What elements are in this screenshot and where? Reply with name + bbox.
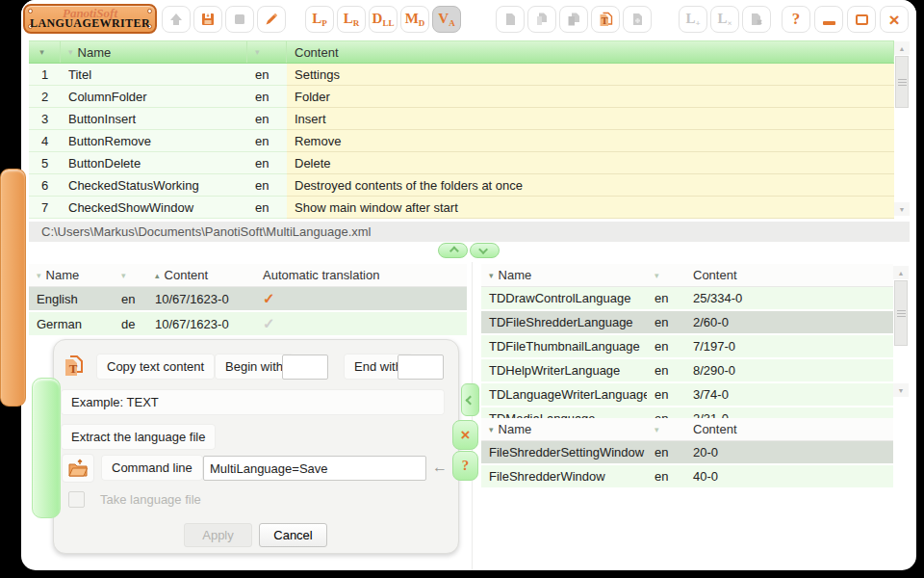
table-row[interactable]: 5 ButtonDelete en Delete: [29, 152, 894, 174]
close-dialog-button[interactable]: ×: [452, 420, 478, 450]
va-button[interactable]: VA: [432, 6, 461, 33]
content-cell: Folder: [287, 86, 894, 108]
lang-header-cell[interactable]: ▾: [647, 418, 685, 440]
name-cell: ButtonRemove: [61, 130, 247, 151]
table-row[interactable]: 4 ButtonRemove en Remove: [29, 130, 894, 152]
open-file-button[interactable]: [62, 454, 94, 483]
lp-button[interactable]: LP: [305, 6, 334, 33]
row-number: 2: [29, 86, 61, 107]
page-add-icon: [629, 12, 645, 27]
titlebar[interactable]: PanotiSoft LANGUAGEWRITER: [21, 0, 916, 39]
minimize-button[interactable]: [814, 6, 843, 33]
table-row[interactable]: English en 10/67/1623-0 ✓: [29, 287, 467, 312]
sort-icon: ▾: [121, 271, 126, 280]
expand-down-button[interactable]: [470, 243, 500, 258]
scroll-down-icon[interactable]: ▼: [893, 383, 909, 397]
scroll-up-icon[interactable]: ▲: [894, 41, 910, 55]
pages-button[interactable]: [559, 6, 588, 33]
table-row[interactable]: TDMediaLanguage en 2/31-0: [481, 407, 893, 418]
import-button[interactable]: [162, 6, 191, 33]
table-row[interactable]: TDFileThumbnailLanguage en 7/197-0: [481, 335, 893, 359]
content-header-label: Content: [693, 268, 737, 282]
table-row[interactable]: TDHelpWriterLanguage en 8/290-0: [481, 359, 893, 383]
window-controls: ? ×: [782, 6, 909, 33]
table-row[interactable]: 7 CheckedShowWindow en Show main window …: [29, 197, 894, 219]
name-cell: ColumnFolder: [61, 86, 247, 107]
languages-table: ▾Name ▾ ▴Content Automatic translation E…: [29, 264, 467, 337]
stop-button[interactable]: [225, 6, 254, 33]
add-language-button[interactable]: L+: [679, 6, 707, 33]
lr-button[interactable]: LR: [337, 6, 366, 33]
table-row[interactable]: TDFileShredderLanguage en 2/60-0: [481, 311, 893, 335]
scroll-thumb[interactable]: [894, 280, 908, 346]
page-text-button[interactable]: T: [591, 6, 620, 33]
command-line-input[interactable]: [203, 456, 426, 481]
page-add-button[interactable]: [623, 6, 652, 33]
scroll-up-icon[interactable]: ▲: [893, 266, 909, 279]
content-cell: Settings: [287, 64, 894, 86]
dialog-drag-handle[interactable]: [32, 378, 61, 518]
table-row[interactable]: TDLanguageWriterLanguage en 3/74-0: [481, 383, 893, 407]
filter-header-cell[interactable]: ▾: [29, 41, 61, 63]
apply-button[interactable]: Apply: [184, 523, 252, 547]
maximize-button[interactable]: [847, 6, 876, 33]
table-row[interactable]: FileShredderSettingWindow en 20-0: [481, 441, 893, 465]
app-title: LANGUAGEWRITER: [25, 16, 155, 31]
md-label: MD: [405, 12, 425, 28]
remove-language-button[interactable]: L×: [710, 6, 739, 33]
name-cell: English: [29, 287, 114, 310]
panel-splitter[interactable]: [472, 262, 473, 570]
lang-header-cell[interactable]: ▾: [247, 41, 287, 63]
content-header-cell[interactable]: Content: [685, 418, 893, 440]
edit-button[interactable]: [257, 6, 286, 33]
help-button[interactable]: ?: [782, 6, 810, 33]
save-button[interactable]: [193, 6, 222, 33]
page-copy-button[interactable]: [527, 6, 556, 33]
scroll-down-icon[interactable]: ▼: [894, 202, 910, 216]
back-arrow-icon[interactable]: ←: [432, 459, 448, 476]
cancel-button[interactable]: Cancel: [259, 523, 327, 547]
table-row[interactable]: FileShredderWindow en 40-0: [481, 465, 893, 489]
table-row[interactable]: 1 Titel en Settings: [29, 64, 894, 86]
entries-scrollbar[interactable]: ▲ ▼: [894, 40, 910, 219]
begin-with-input[interactable]: [282, 355, 328, 380]
table-row[interactable]: 2 ColumnFolder en Folder: [29, 86, 894, 108]
expand-up-button[interactable]: [438, 243, 468, 258]
table-row[interactable]: TDDrawControlLanguage en 25/334-0: [481, 287, 893, 311]
name-header-cell[interactable]: ▾Name: [29, 264, 114, 286]
lang-cell: en: [114, 287, 147, 310]
languages-table-header: ▾Name ▾ ▴Content Automatic translation: [29, 264, 467, 287]
grip-icon: [897, 310, 906, 317]
content-cell: 10/67/1623-0: [147, 312, 255, 335]
classes-scrollbar[interactable]: ▲ ▼: [893, 264, 909, 399]
scroll-thumb[interactable]: [895, 56, 909, 108]
table-row[interactable]: 3 ButtonInsert en Insert: [29, 108, 894, 130]
pencil-icon: [264, 12, 279, 27]
lang-cell: en: [247, 152, 287, 173]
table-row[interactable]: 6 CheckedStatusWorking en Destroyed cont…: [29, 174, 894, 197]
delete-entry-button[interactable]: [742, 6, 771, 33]
dll-button[interactable]: DLL: [369, 6, 398, 33]
dialog-help-button[interactable]: ?: [452, 451, 478, 481]
row-number: 5: [29, 152, 61, 173]
lang-header-cell[interactable]: ▾: [114, 264, 147, 286]
end-with-input[interactable]: [398, 355, 444, 380]
content-header-cell[interactable]: Content: [685, 264, 893, 286]
lang-header-cell[interactable]: ▾: [647, 264, 685, 286]
auto-translation-header-cell[interactable]: Automatic translation: [255, 264, 467, 286]
take-language-file-checkbox[interactable]: [68, 491, 85, 508]
page-button[interactable]: [496, 6, 525, 33]
main-window: PanotiSoft LANGUAGEWRITER: [21, 0, 916, 570]
close-button[interactable]: ×: [880, 6, 909, 33]
table-row[interactable]: German de 10/67/1623-0 ✓: [29, 312, 467, 337]
name-header-cell[interactable]: ▾Name: [61, 41, 247, 63]
md-button[interactable]: MD: [400, 6, 429, 33]
collapse-panel-button[interactable]: [461, 383, 479, 416]
left-drawer-handle[interactable]: [0, 169, 26, 407]
content-header-cell[interactable]: ▴Content: [147, 264, 255, 286]
maximize-icon: [856, 14, 868, 25]
name-header-cell[interactable]: ▾Name: [481, 418, 647, 440]
name-header-cell[interactable]: ▾Name: [481, 264, 647, 286]
content-header-cell[interactable]: Content: [287, 41, 894, 63]
name-cell: CheckedStatusWorking: [61, 174, 247, 196]
